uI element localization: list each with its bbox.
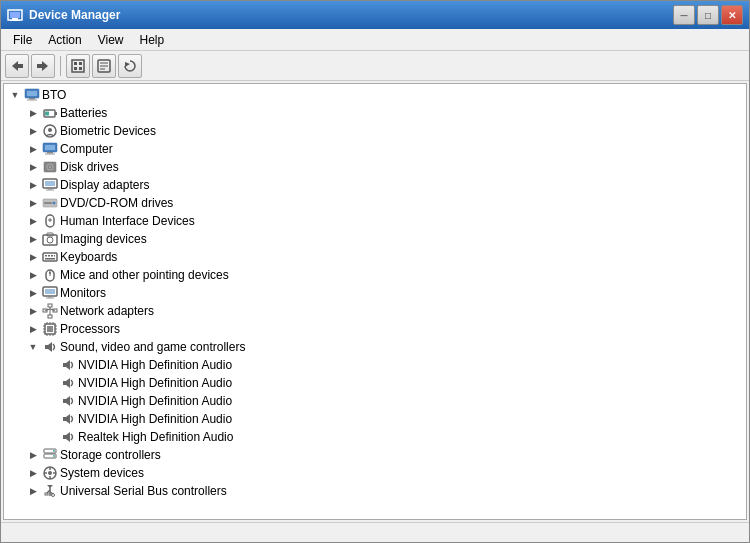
device-manager-window: Device Manager ─ □ ✕ File Action View He… [0,0,750,543]
system-label: System devices [60,466,144,480]
biometric-label: Biometric Devices [60,124,156,138]
expand-disk[interactable]: ▶ [26,160,40,174]
expand-hid[interactable]: ▶ [26,214,40,228]
processors-label: Processors [60,322,120,336]
svg-rect-59 [46,298,54,299]
menu-file[interactable]: File [5,31,40,49]
svg-point-26 [48,128,52,132]
properties-button[interactable] [92,54,116,78]
tree-item-processors[interactable]: ▶ [4,320,746,338]
device-tree: ▼ BTO ▶ [4,84,746,502]
forward-button[interactable] [31,54,55,78]
expand-batteries[interactable]: ▶ [26,106,40,120]
svg-marker-87 [63,432,70,442]
expand-display[interactable]: ▶ [26,178,40,192]
tree-item-hid[interactable]: ▶ Human Interface Devices [4,212,746,230]
tree-item-nvidia1[interactable]: ▶ NVIDIA High Definition Audio [4,356,746,374]
biometric-icon [42,123,58,139]
tree-item-display[interactable]: ▶ Display adapters [4,176,746,194]
network-label: Network adapters [60,304,154,318]
menu-help[interactable]: Help [132,31,173,49]
expand-usb[interactable]: ▶ [26,484,40,498]
expand-keyboards[interactable]: ▶ [26,250,40,264]
svg-rect-101 [45,493,48,495]
svg-rect-5 [17,64,23,68]
mice-label: Mice and other pointing devices [60,268,229,282]
tree-item-monitors[interactable]: ▶ Monitors [4,284,746,302]
menu-action[interactable]: Action [40,31,89,49]
svg-rect-60 [48,304,52,307]
tree-item-sound[interactable]: ▼ Sound, video and game controllers [4,338,746,356]
expand-mice[interactable]: ▶ [26,268,40,282]
tree-root-bto[interactable]: ▼ BTO [4,86,746,104]
svg-marker-85 [63,396,70,406]
tree-item-disk[interactable]: ▶ Disk drives [4,158,746,176]
device-tree-container[interactable]: ▼ BTO ▶ [3,83,747,520]
expand-processors[interactable]: ▶ [26,322,40,336]
tree-item-network[interactable]: ▶ Network adapters [4,302,746,320]
update-button[interactable] [118,54,142,78]
svg-point-33 [49,166,51,168]
back-button[interactable] [5,54,29,78]
tree-item-batteries[interactable]: ▶ Batteries [4,104,746,122]
tree-item-dvd[interactable]: ▶ DVD/CD-ROM drives [4,194,746,212]
svg-marker-17 [125,62,130,67]
svg-rect-11 [74,67,77,70]
network-icon [42,303,58,319]
toolbar [1,51,749,81]
minimize-button[interactable]: ─ [673,5,695,25]
computer-label: Computer [60,142,113,156]
svg-rect-23 [55,112,57,115]
svg-marker-82 [45,342,52,352]
nvidia2-label: NVIDIA High Definition Audio [78,376,232,390]
tree-item-realtek[interactable]: ▶ Realtek High Definition Audio [4,428,746,446]
expand-biometric[interactable]: ▶ [26,124,40,138]
dvd-label: DVD/CD-ROM drives [60,196,173,210]
nvidia3-label: NVIDIA High Definition Audio [78,394,232,408]
tree-item-keyboards[interactable]: ▶ Keyboards [4,248,746,266]
tree-item-storage[interactable]: ▶ Storage controllers [4,446,746,464]
tree-item-nvidia3[interactable]: ▶ NVIDIA High Definition Audio [4,392,746,410]
keyboard-icon [42,249,58,265]
batteries-icon [42,105,58,121]
expand-monitors[interactable]: ▶ [26,286,40,300]
svg-rect-52 [45,258,55,260]
menu-view[interactable]: View [90,31,132,49]
disk-label: Disk drives [60,160,119,174]
svg-rect-19 [27,91,37,96]
expand-system[interactable]: ▶ [26,466,40,480]
expand-computer[interactable]: ▶ [26,142,40,156]
svg-rect-50 [51,255,53,257]
expand-bto[interactable]: ▼ [8,88,22,102]
tree-item-usb[interactable]: ▶ Universal Serial Bus controllers [4,482,746,500]
svg-marker-86 [63,414,70,424]
tree-item-nvidia2[interactable]: ▶ NVIDIA High Definition Audio [4,374,746,392]
tree-item-biometric[interactable]: ▶ Biometric Devices [4,122,746,140]
expand-imaging[interactable]: ▶ [26,232,40,246]
mouse-icon [42,267,58,283]
show-hide-button[interactable] [66,54,90,78]
svg-rect-63 [48,315,52,318]
display-label: Display adapters [60,178,149,192]
svg-rect-57 [45,289,55,294]
expand-sound[interactable]: ▼ [26,340,40,354]
maximize-button[interactable]: □ [697,5,719,25]
svg-point-45 [47,237,53,243]
tree-item-nvidia4[interactable]: ▶ NVIDIA High Definition Audio [4,410,746,428]
expand-network[interactable]: ▶ [26,304,40,318]
svg-point-91 [53,455,55,457]
svg-rect-20 [29,98,35,100]
svg-rect-12 [79,67,82,70]
tree-item-mice[interactable]: ▶ Mice and other pointing devices [4,266,746,284]
keyboards-label: Keyboards [60,250,117,264]
close-button[interactable]: ✕ [721,5,743,25]
svg-rect-48 [45,255,47,257]
tree-item-system[interactable]: ▶ System devices [4,464,746,482]
tree-item-imaging[interactable]: ▶ Imaging devices [4,230,746,248]
tree-item-computer[interactable]: ▶ Computer [4,140,746,158]
svg-point-103 [52,494,55,497]
expand-dvd[interactable]: ▶ [26,196,40,210]
audio-icon-realtek [60,429,76,445]
svg-rect-28 [45,145,55,150]
expand-storage[interactable]: ▶ [26,448,40,462]
